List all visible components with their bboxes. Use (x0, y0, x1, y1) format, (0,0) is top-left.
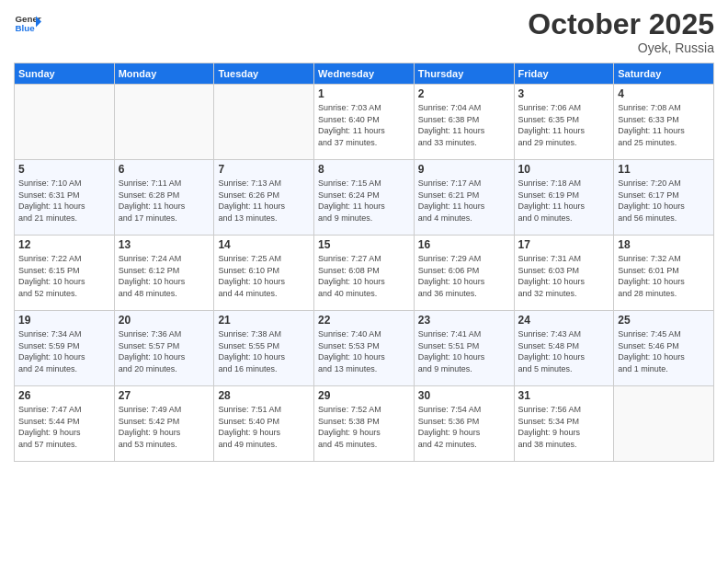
day-info: Sunrise: 7:32 AM Sunset: 6:01 PM Dayligh… (618, 253, 710, 299)
svg-text:Blue: Blue (16, 23, 36, 33)
table-row: 7Sunrise: 7:13 AM Sunset: 6:26 PM Daylig… (214, 160, 314, 236)
day-number: 13 (119, 238, 210, 251)
col-thursday: Thursday (414, 63, 514, 85)
day-number: 23 (418, 314, 510, 327)
day-info: Sunrise: 7:43 AM Sunset: 5:48 PM Dayligh… (518, 328, 610, 374)
page-header: General Blue October 2025 Oyek, Russia (14, 9, 714, 55)
table-row: 16Sunrise: 7:29 AM Sunset: 6:06 PM Dayli… (414, 236, 514, 311)
day-info: Sunrise: 7:40 AM Sunset: 5:53 PM Dayligh… (318, 328, 410, 374)
day-number: 25 (618, 314, 710, 327)
day-info: Sunrise: 7:13 AM Sunset: 6:26 PM Dayligh… (218, 178, 310, 224)
col-monday: Monday (114, 63, 214, 85)
day-number: 29 (318, 389, 410, 402)
location: Oyek, Russia (528, 40, 714, 55)
calendar-header-row: Sunday Monday Tuesday Wednesday Thursday… (15, 63, 714, 85)
table-row: 19Sunrise: 7:34 AM Sunset: 5:59 PM Dayli… (15, 311, 115, 386)
day-number: 12 (18, 238, 110, 251)
table-row: 11Sunrise: 7:20 AM Sunset: 6:17 PM Dayli… (614, 160, 714, 236)
table-row: 6Sunrise: 7:11 AM Sunset: 6:28 PM Daylig… (114, 160, 214, 236)
day-info: Sunrise: 7:03 AM Sunset: 6:40 PM Dayligh… (318, 102, 410, 148)
calendar-week-row: 19Sunrise: 7:34 AM Sunset: 5:59 PM Dayli… (15, 311, 714, 386)
day-number: 21 (218, 314, 310, 327)
day-number: 22 (318, 314, 410, 327)
day-number: 5 (18, 163, 110, 176)
table-row: 24Sunrise: 7:43 AM Sunset: 5:48 PM Dayli… (514, 311, 614, 386)
day-info: Sunrise: 7:51 AM Sunset: 5:40 PM Dayligh… (218, 404, 310, 450)
table-row: 26Sunrise: 7:47 AM Sunset: 5:44 PM Dayli… (15, 386, 115, 462)
table-row (614, 386, 714, 462)
day-info: Sunrise: 7:52 AM Sunset: 5:38 PM Dayligh… (318, 404, 410, 450)
col-saturday: Saturday (614, 63, 714, 85)
day-info: Sunrise: 7:27 AM Sunset: 6:08 PM Dayligh… (318, 253, 410, 299)
day-number: 24 (518, 314, 610, 327)
table-row: 31Sunrise: 7:56 AM Sunset: 5:34 PM Dayli… (514, 386, 614, 462)
table-row: 27Sunrise: 7:49 AM Sunset: 5:42 PM Dayli… (114, 386, 214, 462)
table-row: 29Sunrise: 7:52 AM Sunset: 5:38 PM Dayli… (314, 386, 415, 462)
day-number: 2 (418, 87, 510, 100)
day-info: Sunrise: 7:10 AM Sunset: 6:31 PM Dayligh… (18, 178, 110, 224)
table-row: 4Sunrise: 7:08 AM Sunset: 6:33 PM Daylig… (614, 85, 714, 160)
day-info: Sunrise: 7:45 AM Sunset: 5:46 PM Dayligh… (618, 328, 710, 374)
day-number: 31 (518, 389, 610, 402)
day-info: Sunrise: 7:04 AM Sunset: 6:38 PM Dayligh… (418, 102, 510, 148)
table-row: 20Sunrise: 7:36 AM Sunset: 5:57 PM Dayli… (114, 311, 214, 386)
day-number: 16 (418, 238, 510, 251)
day-number: 10 (518, 163, 610, 176)
day-info: Sunrise: 7:06 AM Sunset: 6:35 PM Dayligh… (518, 102, 610, 148)
table-row: 3Sunrise: 7:06 AM Sunset: 6:35 PM Daylig… (514, 85, 614, 160)
calendar-table: Sunday Monday Tuesday Wednesday Thursday… (14, 63, 714, 462)
day-number: 7 (218, 163, 310, 176)
table-row (214, 85, 314, 160)
day-info: Sunrise: 7:18 AM Sunset: 6:19 PM Dayligh… (518, 178, 610, 224)
day-number: 18 (618, 238, 710, 251)
day-number: 3 (518, 87, 610, 100)
table-row: 28Sunrise: 7:51 AM Sunset: 5:40 PM Dayli… (214, 386, 314, 462)
title-block: October 2025 Oyek, Russia (528, 9, 714, 55)
day-info: Sunrise: 7:17 AM Sunset: 6:21 PM Dayligh… (418, 178, 510, 224)
day-number: 6 (119, 163, 210, 176)
day-number: 4 (618, 87, 710, 100)
day-info: Sunrise: 7:34 AM Sunset: 5:59 PM Dayligh… (18, 328, 110, 374)
day-number: 20 (119, 314, 210, 327)
day-info: Sunrise: 7:47 AM Sunset: 5:44 PM Dayligh… (18, 404, 110, 450)
day-number: 17 (518, 238, 610, 251)
table-row: 25Sunrise: 7:45 AM Sunset: 5:46 PM Dayli… (614, 311, 714, 386)
calendar-week-row: 12Sunrise: 7:22 AM Sunset: 6:15 PM Dayli… (15, 236, 714, 311)
col-sunday: Sunday (15, 63, 115, 85)
day-number: 8 (318, 163, 410, 176)
day-info: Sunrise: 7:25 AM Sunset: 6:10 PM Dayligh… (218, 253, 310, 299)
table-row: 15Sunrise: 7:27 AM Sunset: 6:08 PM Dayli… (314, 236, 415, 311)
table-row: 30Sunrise: 7:54 AM Sunset: 5:36 PM Dayli… (414, 386, 514, 462)
day-number: 11 (618, 163, 710, 176)
day-info: Sunrise: 7:41 AM Sunset: 5:51 PM Dayligh… (418, 328, 510, 374)
table-row: 18Sunrise: 7:32 AM Sunset: 6:01 PM Dayli… (614, 236, 714, 311)
table-row: 12Sunrise: 7:22 AM Sunset: 6:15 PM Dayli… (15, 236, 115, 311)
day-info: Sunrise: 7:54 AM Sunset: 5:36 PM Dayligh… (418, 404, 510, 450)
table-row: 21Sunrise: 7:38 AM Sunset: 5:55 PM Dayli… (214, 311, 314, 386)
table-row: 13Sunrise: 7:24 AM Sunset: 6:12 PM Dayli… (114, 236, 214, 311)
day-info: Sunrise: 7:38 AM Sunset: 5:55 PM Dayligh… (218, 328, 310, 374)
day-number: 30 (418, 389, 510, 402)
logo: General Blue (14, 9, 41, 37)
month-title: October 2025 (528, 9, 714, 39)
day-number: 26 (18, 389, 110, 402)
day-number: 1 (318, 87, 410, 100)
day-number: 27 (119, 389, 210, 402)
day-info: Sunrise: 7:24 AM Sunset: 6:12 PM Dayligh… (119, 253, 210, 299)
day-info: Sunrise: 7:49 AM Sunset: 5:42 PM Dayligh… (119, 404, 210, 450)
table-row (114, 85, 214, 160)
table-row: 8Sunrise: 7:15 AM Sunset: 6:24 PM Daylig… (314, 160, 415, 236)
calendar-week-row: 5Sunrise: 7:10 AM Sunset: 6:31 PM Daylig… (15, 160, 714, 236)
table-row: 1Sunrise: 7:03 AM Sunset: 6:40 PM Daylig… (314, 85, 415, 160)
col-friday: Friday (514, 63, 614, 85)
day-number: 19 (18, 314, 110, 327)
day-number: 14 (218, 238, 310, 251)
table-row: 2Sunrise: 7:04 AM Sunset: 6:38 PM Daylig… (414, 85, 514, 160)
table-row: 14Sunrise: 7:25 AM Sunset: 6:10 PM Dayli… (214, 236, 314, 311)
day-info: Sunrise: 7:20 AM Sunset: 6:17 PM Dayligh… (618, 178, 710, 224)
table-row: 9Sunrise: 7:17 AM Sunset: 6:21 PM Daylig… (414, 160, 514, 236)
day-number: 15 (318, 238, 410, 251)
col-tuesday: Tuesday (214, 63, 314, 85)
day-info: Sunrise: 7:56 AM Sunset: 5:34 PM Dayligh… (518, 404, 610, 450)
table-row: 10Sunrise: 7:18 AM Sunset: 6:19 PM Dayli… (514, 160, 614, 236)
